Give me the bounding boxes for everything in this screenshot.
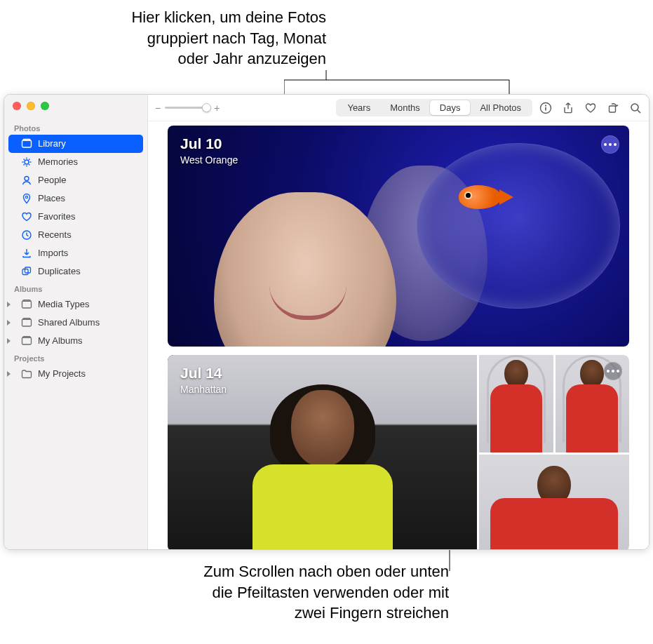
photo-thumbnail[interactable] — [479, 355, 553, 452]
share-icon[interactable] — [562, 102, 574, 114]
svg-rect-0 — [22, 140, 32, 147]
memories-icon — [21, 156, 32, 168]
main-area: − + Years Months Days All Photos — [148, 95, 649, 549]
callout-top: Hier klicken, um deine Fotos gruppiert n… — [35, 7, 326, 69]
zoom-slider-thumb[interactable] — [202, 103, 211, 112]
day-location: West Orange — [180, 154, 238, 166]
sidebar-item-my-projects[interactable]: My Projects — [8, 365, 143, 383]
info-icon[interactable] — [539, 102, 552, 114]
sidebar-item-favorites[interactable]: Favorites — [8, 208, 143, 226]
day-header: Jul 14 Manhattan — [180, 365, 227, 395]
sidebar-item-my-albums[interactable]: My Albums — [8, 332, 143, 350]
people-icon — [21, 175, 32, 186]
sidebar-item-label: Recents — [38, 228, 72, 242]
day-date: Jul 14 — [180, 365, 227, 382]
svg-rect-12 — [22, 337, 32, 344]
photo-hero[interactable]: Jul 14 Manhattan — [168, 355, 477, 549]
zoom-control[interactable]: − + — [155, 102, 220, 114]
photo-grid-content[interactable]: Jul 10 West Orange Jul 14 — [148, 121, 649, 549]
duplicates-icon — [21, 266, 32, 277]
search-icon[interactable] — [629, 102, 642, 114]
more-options-button[interactable] — [601, 135, 619, 154]
library-icon — [21, 138, 32, 149]
disclosure-triangle-icon[interactable] — [7, 302, 11, 307]
segment-all-photos[interactable]: All Photos — [470, 100, 531, 115]
sidebar-item-media-types[interactable]: Media Types — [8, 295, 143, 314]
sidebar-item-label: Shared Albums — [38, 316, 100, 330]
svg-point-18 — [631, 104, 638, 111]
svg-point-15 — [545, 105, 546, 106]
disclosure-triangle-icon[interactable] — [7, 371, 11, 377]
sidebar-item-memories[interactable]: Memories — [8, 153, 143, 171]
minimize-window-button[interactable] — [27, 102, 35, 110]
sidebar-section-projects: Projects — [8, 350, 143, 365]
disclosure-triangle-icon[interactable] — [7, 338, 11, 344]
sidebar-section-albums: Albums — [8, 281, 143, 295]
folder-icon — [21, 335, 32, 347]
sidebar-item-people[interactable]: People — [8, 171, 143, 189]
svg-rect-16 — [545, 107, 546, 110]
sidebar-item-recents[interactable]: Recents — [8, 226, 143, 244]
svg-rect-10 — [22, 319, 32, 326]
svg-rect-17 — [610, 106, 616, 112]
svg-rect-8 — [22, 301, 32, 308]
day-section[interactable]: Jul 10 West Orange — [168, 126, 629, 347]
sidebar-item-label: Favorites — [38, 210, 75, 224]
sidebar-item-shared-albums[interactable]: Shared Albums — [8, 314, 143, 332]
day-header: Jul 10 West Orange — [180, 135, 238, 166]
sidebar-item-label: My Albums — [38, 334, 83, 348]
photo-thumbnail[interactable] — [479, 455, 629, 550]
folder-icon — [21, 299, 32, 310]
day-location: Manhattan — [180, 384, 227, 395]
day-date: Jul 10 — [180, 135, 238, 152]
sidebar-item-label: Memories — [38, 155, 78, 169]
svg-point-2 — [25, 160, 29, 164]
day-section[interactable]: Jul 14 Manhattan — [168, 355, 629, 549]
favorite-icon[interactable] — [584, 102, 597, 114]
segment-days[interactable]: Days — [430, 100, 471, 115]
segment-years[interactable]: Years — [337, 100, 380, 115]
zoom-slider[interactable] — [165, 107, 210, 109]
sidebar-item-label: Duplicates — [38, 264, 81, 279]
sidebar-item-label: Imports — [38, 246, 68, 260]
photos-app-window: Photos Library Memories People Places — [4, 94, 649, 550]
sidebar: Photos Library Memories People Places — [4, 95, 148, 549]
sidebar-item-label: People — [38, 173, 66, 187]
view-segmented-control: Years Months Days All Photos — [336, 99, 532, 116]
sidebar-section-photos: Photos — [8, 120, 143, 135]
close-window-button[interactable] — [13, 102, 21, 110]
zoom-in-icon[interactable]: + — [214, 102, 220, 114]
toolbar: − + Years Months Days All Photos — [148, 95, 649, 121]
sidebar-item-imports[interactable]: Imports — [8, 244, 143, 262]
svg-point-4 — [25, 196, 27, 198]
segment-months[interactable]: Months — [380, 100, 430, 115]
sidebar-item-places[interactable]: Places — [8, 189, 143, 208]
svg-point-3 — [25, 177, 29, 181]
rotate-icon[interactable] — [607, 102, 619, 114]
sidebar-item-label: Places — [38, 192, 65, 206]
zoom-window-button[interactable] — [41, 102, 49, 110]
more-options-button[interactable] — [604, 362, 622, 380]
sidebar-item-duplicates[interactable]: Duplicates — [8, 262, 143, 281]
clock-icon — [21, 229, 32, 241]
window-controls — [8, 100, 143, 120]
sidebar-item-label: Media Types — [38, 297, 89, 311]
disclosure-triangle-icon[interactable] — [7, 320, 11, 326]
zoom-out-icon[interactable]: − — [155, 102, 161, 114]
callout-bottom: Zum Scrollen nach oben oder unten die Pf… — [70, 561, 449, 624]
folder-icon — [21, 317, 32, 328]
sidebar-item-label: My Projects — [38, 367, 86, 381]
folder-icon — [21, 368, 32, 380]
places-icon — [21, 193, 32, 204]
heart-icon — [21, 211, 32, 222]
photo-thumbnail[interactable] — [556, 355, 630, 452]
import-icon — [21, 248, 32, 259]
sidebar-item-label: Library — [38, 137, 66, 151]
sidebar-item-library[interactable]: Library — [8, 135, 143, 153]
